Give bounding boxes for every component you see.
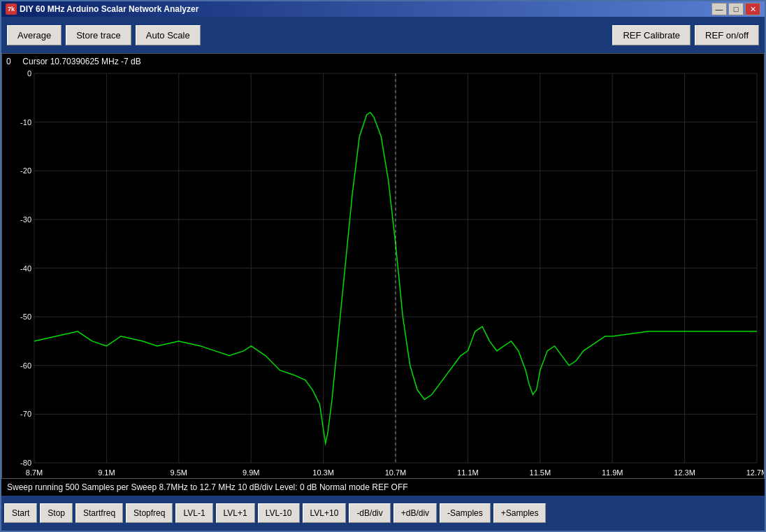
store-trace-button[interactable]: Store trace — [66, 25, 131, 45]
close-button[interactable]: ✕ — [745, 3, 760, 15]
window-title: DIY 60 MHz Arduino Scalar Network Analyz… — [20, 4, 711, 14]
status-bar: Sweep running 500 Samples per Sweep 8.7M… — [1, 479, 765, 496]
db-div-plus-button[interactable]: +dB/div — [393, 503, 437, 523]
startfreq-button[interactable]: Startfreq — [75, 503, 123, 523]
samples-minus-button[interactable]: -Samples — [440, 503, 491, 523]
lvl-plus1-button[interactable]: LVL+1 — [216, 503, 255, 523]
status-text: Sweep running 500 Samples per Sweep 8.7M… — [7, 482, 408, 492]
chart-area[interactable]: 0 Cursor 10.70390625 MHz -7 dB — [1, 53, 765, 479]
top-toolbar: Average Store trace Auto Scale REF Calib… — [1, 17, 765, 53]
ref-onoff-button[interactable]: REF on/off — [695, 25, 759, 45]
title-bar: 7k DIY 60 MHz Arduino Scalar Network Ana… — [1, 1, 765, 17]
main-window: 7k DIY 60 MHz Arduino Scalar Network Ana… — [0, 0, 766, 532]
toolbar-left-group: Average Store trace Auto Scale — [7, 25, 201, 45]
minimize-button[interactable]: — — [711, 3, 727, 15]
samples-plus-button[interactable]: +Samples — [493, 503, 547, 523]
average-button[interactable]: Average — [7, 25, 62, 45]
maximize-button[interactable]: □ — [728, 3, 744, 15]
bottom-toolbar: Start Stop Startfreq Stopfreq LVL-1 LVL+… — [1, 496, 765, 531]
window-controls: — □ ✕ — [711, 3, 760, 15]
stop-button[interactable]: Stop — [40, 503, 73, 523]
auto-scale-button[interactable]: Auto Scale — [136, 25, 201, 45]
start-button[interactable]: Start — [4, 503, 37, 523]
lvl-minus1-button[interactable]: LVL-1 — [175, 503, 212, 523]
signal-chart[interactable] — [2, 54, 764, 478]
lvl-minus10-button[interactable]: LVL-10 — [258, 503, 300, 523]
toolbar-right-group: REF Calibrate REF on/off — [612, 25, 759, 45]
ref-calibrate-button[interactable]: REF Calibrate — [612, 25, 691, 45]
app-icon: 7k — [6, 3, 17, 15]
stopfreq-button[interactable]: Stopfreq — [126, 503, 173, 523]
db-div-minus-button[interactable]: -dB/div — [349, 503, 390, 523]
lvl-plus10-button[interactable]: LVL+10 — [303, 503, 347, 523]
